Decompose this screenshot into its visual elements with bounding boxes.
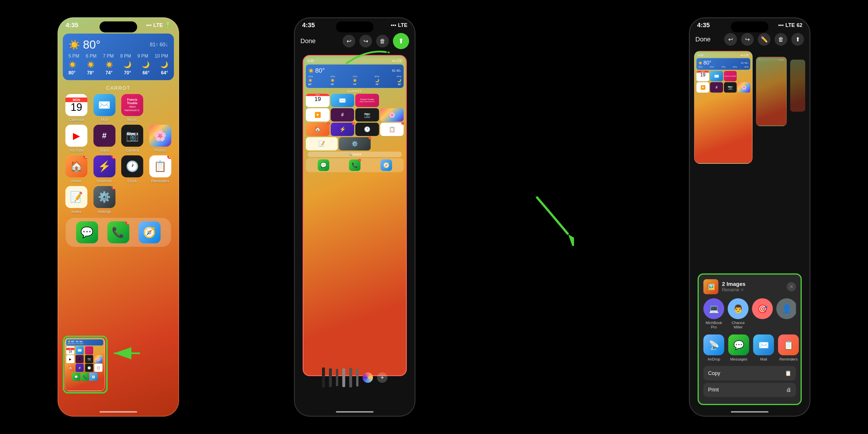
dock-phone[interactable]: 📞1 xyxy=(107,221,129,243)
screenshot-secondary-3: 4Done xyxy=(756,57,787,126)
redo-button-3[interactable]: ↪ xyxy=(741,33,754,46)
photos-icon: 🌸 xyxy=(149,125,171,147)
weather-condition-icons: ☀️ ☀️ ☀️ 🌙 🌙 🌙 xyxy=(69,61,168,69)
settings-label: Settings xyxy=(97,210,111,214)
battery-icon-1: 🔋 xyxy=(165,22,171,28)
mail-icon: ✉️ xyxy=(93,94,116,116)
messages-dock-icon: 💬 xyxy=(76,221,98,243)
undo-button-3[interactable]: ↩ xyxy=(724,33,737,46)
shortcuts-icon: ⚡2 xyxy=(93,155,116,177)
dock-safari[interactable]: 🧭 xyxy=(138,221,161,243)
airdrop-icon: 📡 xyxy=(703,335,724,355)
share-person-3[interactable]: 🎯 xyxy=(752,298,773,329)
app-shortcuts[interactable]: ⚡2 Shortcuts xyxy=(92,155,117,183)
copy-action-row[interactable]: Copy 📋 xyxy=(703,366,796,380)
share-apps-row: 📡 AirDrop 💬 Messages ✉️ Mail 📋 Reminders xyxy=(703,335,796,361)
trash-button-3[interactable]: 🗑 xyxy=(775,33,787,46)
dock-messages[interactable]: 💬 xyxy=(76,221,98,243)
share-sheet-header: 🖼️ 2 Images Rename > × xyxy=(703,279,796,294)
reminders-share-icon: 📋 xyxy=(778,335,799,355)
phone1-highlight-box xyxy=(63,336,107,394)
pencil-toolbar: + xyxy=(294,368,415,388)
share-person-chance[interactable]: 👨 ChanceMiller xyxy=(728,298,748,329)
color-wheel[interactable] xyxy=(363,372,373,383)
arrow-to-share xyxy=(343,43,390,68)
screenshot-main-3: 4:35▪▪▪ LTE ☀️ 80° 81↑60↓ 5PM6PM7PM8PM9P… xyxy=(694,51,752,164)
slack-icon: # xyxy=(93,125,116,147)
pencil-tool-4[interactable] xyxy=(342,368,345,387)
time-3: 4:35 xyxy=(697,22,710,29)
app-slack[interactable]: # Slack xyxy=(92,125,117,153)
share-people-row: 💻 MichBookPro 👨 ChanceMiller 🎯 👤 xyxy=(703,298,796,329)
time-2: 4:35 xyxy=(302,22,315,29)
share-app-reminders[interactable]: 📋 Reminders xyxy=(778,335,799,361)
pencil-tool-6[interactable] xyxy=(356,369,359,386)
share-app-messages[interactable]: 💬 Messages xyxy=(728,335,749,361)
share-person-michbook[interactable]: 💻 MichBookPro xyxy=(703,298,724,329)
thumbnail-grid-icon: 🖼️ xyxy=(707,283,715,290)
pencil-tool-2[interactable] xyxy=(329,368,332,387)
mail-share-icon: ✉️ xyxy=(753,335,774,355)
add-tool-button[interactable]: + xyxy=(377,372,388,383)
notes-icon: 📝 xyxy=(65,186,87,208)
app-home[interactable]: 🏠2 Home xyxy=(64,155,89,183)
marker-button-3[interactable]: ✏️ xyxy=(758,33,771,46)
phone1-content: ☀️ 80° 81↑ 60↓ 5 PM 6 PM 7 PM 8 PM 9 PM … xyxy=(58,31,179,247)
phone3-screenshots: 4:35▪▪▪ LTE ☀️ 80° 81↑60↓ 5PM6PM7PM8PM9P… xyxy=(689,48,810,167)
search-bar[interactable]: 🔍 Search xyxy=(308,152,402,157)
phone-2: 4:35 ▪▪▪ LTE Done ↩ ↪ 🗑 ⬆ xyxy=(294,18,415,416)
settings-icon: ⚙️2 xyxy=(93,186,116,208)
app-music[interactable]: Francis TroubleAlbert Hammond Jr. Music xyxy=(120,94,145,122)
print-action-row[interactable]: Print 🖨 xyxy=(703,383,796,397)
app-reminders[interactable]: 📋2 Reminders xyxy=(148,155,173,183)
home-indicator-1 xyxy=(99,411,137,412)
signal-icon: ▪▪▪ xyxy=(146,22,152,28)
slack-label: Slack xyxy=(100,148,109,153)
share-app-airdrop[interactable]: 📡 AirDrop xyxy=(703,335,724,361)
app-photos[interactable]: 🌸 Photos xyxy=(148,125,173,153)
rename-button[interactable]: Rename > xyxy=(722,287,783,292)
app-settings[interactable]: ⚙️2 Settings xyxy=(92,186,117,214)
app-notes[interactable]: 📝 Notes xyxy=(64,186,89,214)
time-1: 4:35 xyxy=(66,22,79,29)
app-empty-1 xyxy=(148,94,173,122)
app-youtube[interactable]: ▶ YouTube xyxy=(64,125,89,153)
close-share-sheet-button[interactable]: × xyxy=(787,282,796,291)
app-calendar[interactable]: MON 19 Calendar xyxy=(64,94,89,122)
close-icon: × xyxy=(789,283,793,290)
chance-avatar: 👨 xyxy=(728,298,748,319)
app-mail[interactable]: ✉️ Mail xyxy=(92,94,117,122)
pencil-tool-3[interactable] xyxy=(336,369,338,386)
dynamic-island-3 xyxy=(731,22,769,32)
copy-action-label: Copy xyxy=(708,370,720,376)
reminders-icon: 📋2 xyxy=(149,155,171,177)
share-button-3[interactable]: ⬆ xyxy=(791,33,804,46)
phone-dock-icon: 📞1 xyxy=(107,221,129,243)
done-button-3[interactable]: Done xyxy=(695,36,711,43)
weather-widget: ☀️ 80° 81↑ 60↓ 5 PM 6 PM 7 PM 8 PM 9 PM … xyxy=(63,34,174,80)
messages-share-icon: 💬 xyxy=(728,335,749,355)
michbook-avatar: 💻 xyxy=(703,298,724,319)
share-person-4[interactable]: 👤 xyxy=(776,298,796,329)
calendar-icon: MON 19 xyxy=(65,94,87,116)
share-app-mail[interactable]: ✉️ Mail xyxy=(753,335,774,361)
signal-icon-3: ▪▪▪ xyxy=(778,22,783,28)
battery-label-3: 62 xyxy=(797,22,802,28)
screenshot-hint-3 xyxy=(790,60,806,112)
pencil-tool-5[interactable] xyxy=(349,368,352,388)
home-indicator-2 xyxy=(336,411,374,412)
youtube-icon: ▶ xyxy=(65,125,87,147)
share-button-highlighted[interactable]: ⬆ xyxy=(393,33,409,49)
app-camera[interactable]: 📷 Camera xyxy=(120,125,145,153)
reminders-label: Reminders xyxy=(151,179,169,183)
print-action-icon: 🖨 xyxy=(786,387,791,393)
app-clock[interactable]: 🕐 Clock xyxy=(120,155,145,183)
share-icon: ⬆ xyxy=(398,37,404,45)
clock-label: Clock xyxy=(128,179,137,183)
network-label-1: LTE xyxy=(153,22,163,28)
calendar-label: Calendar xyxy=(69,118,84,122)
done-button-2[interactable]: Done xyxy=(300,37,316,45)
weather-temp: 80° xyxy=(83,38,101,51)
pencil-tool-1[interactable] xyxy=(322,368,325,388)
phone-3: 4:35 ▪▪▪ LTE 62 Done ↩ ↪ ✏️ 🗑 ⬆ 4:35▪▪▪ … xyxy=(689,18,810,416)
